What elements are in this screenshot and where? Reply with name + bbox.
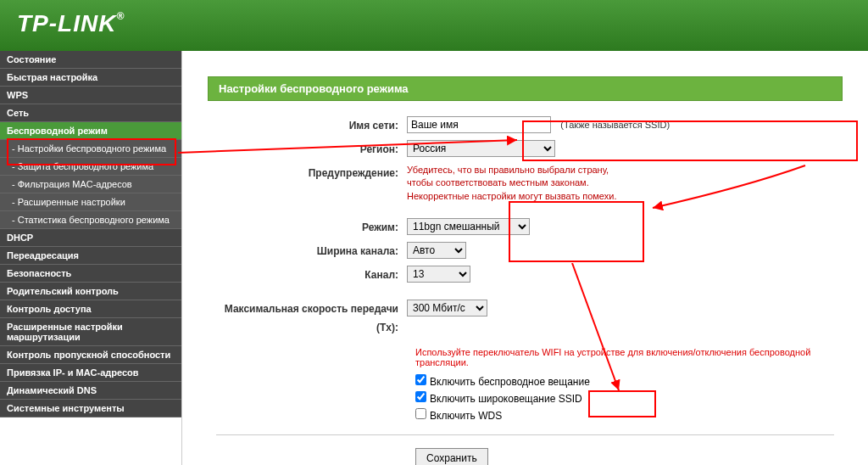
chk-wireless[interactable] — [415, 374, 426, 385]
speed-select[interactable]: 300 Мбит/с — [407, 300, 487, 317]
label-region: Регион: — [216, 140, 407, 159]
page-title: Настройки беспроводного режима — [208, 76, 843, 101]
sidebar-item-9[interactable]: - Статистика беспроводного режима — [0, 211, 181, 229]
main-content: Настройки беспроводного режима Имя сети:… — [182, 51, 868, 465]
sidebar-item-5[interactable]: - Настройки беспроводного режима — [0, 140, 181, 158]
ssid-hint: (Также называется SSID) — [560, 120, 670, 130]
mode-select[interactable]: 11bgn смешанный — [407, 218, 530, 235]
sidebar-item-12[interactable]: Безопасность — [0, 265, 181, 283]
label-speed: Максимальная скорость передачи (Tx): — [216, 300, 407, 337]
channel-select[interactable]: 13 — [407, 266, 470, 283]
sidebar-item-19[interactable]: Системные инструменты — [0, 400, 181, 417]
chk-wds-label: Включить WDS — [430, 410, 502, 422]
label-width: Ширина канала: — [216, 242, 407, 261]
sidebar: СостояниеБыстрая настройкаWPSСетьБеспров… — [0, 51, 182, 465]
sidebar-item-14[interactable]: Контроль доступа — [0, 300, 181, 318]
logo: TP-LINK® — [17, 10, 851, 37]
label-channel: Канал: — [216, 266, 407, 284]
sidebar-item-15[interactable]: Расширенные настройки маршрутизации — [0, 318, 181, 346]
sidebar-item-0[interactable]: Состояние — [0, 51, 181, 69]
header: TP-LINK® — [0, 0, 868, 51]
sidebar-item-18[interactable]: Динамический DNS — [0, 382, 181, 400]
label-warning: Предупреждение: — [216, 164, 407, 182]
save-button[interactable]: Сохранить — [415, 448, 488, 465]
warning-text: Убедитесь, что вы правильно выбрали стра… — [407, 164, 834, 203]
label-mode: Режим: — [216, 218, 407, 237]
sidebar-item-3[interactable]: Сеть — [0, 104, 181, 122]
sidebar-item-6[interactable]: - Защита беспроводного режима — [0, 158, 181, 176]
divider — [216, 434, 834, 435]
sidebar-item-4[interactable]: Беспроводной режим — [0, 122, 181, 140]
sidebar-item-2[interactable]: WPS — [0, 87, 181, 104]
sidebar-item-7[interactable]: - Фильтрация MAC-адресов — [0, 176, 181, 193]
chk-ssid-label: Включить широковещание SSID — [430, 393, 582, 405]
chk-wds[interactable] — [415, 408, 426, 419]
chk-wireless-label: Включить беспроводное вещание — [430, 376, 590, 388]
sidebar-item-11[interactable]: Переадресация — [0, 247, 181, 265]
wifi-notice: Используйте переключатель WIFI на устрой… — [415, 347, 834, 367]
sidebar-item-13[interactable]: Родительский контроль — [0, 283, 181, 300]
sidebar-item-1[interactable]: Быстрая настройка — [0, 69, 181, 87]
width-select[interactable]: Авто — [407, 242, 466, 259]
region-select[interactable]: Россия — [407, 140, 555, 157]
label-ssid: Имя сети: — [216, 116, 407, 135]
sidebar-item-16[interactable]: Контроль пропускной способности — [0, 346, 181, 364]
ssid-input[interactable] — [407, 116, 551, 133]
sidebar-item-10[interactable]: DHCP — [0, 229, 181, 247]
sidebar-item-8[interactable]: - Расширенные настройки — [0, 193, 181, 211]
chk-ssid-broadcast[interactable] — [415, 391, 426, 402]
sidebar-item-17[interactable]: Привязка IP- и MAC-адресов — [0, 364, 181, 382]
